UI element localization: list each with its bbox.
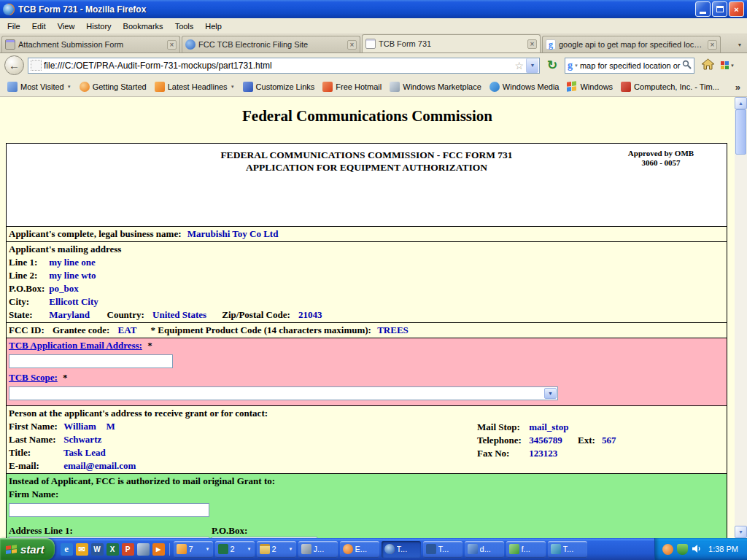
taskbar-button-word[interactable]: T...	[423, 541, 462, 558]
chevron-down-icon: ▼	[231, 85, 235, 89]
taskbar-button-group-explorer[interactable]: 2 ▼	[257, 541, 296, 558]
tcb-scope-label[interactable]: TCB Scope:	[9, 372, 58, 383]
word-glyph: W	[93, 545, 100, 553]
menu-file[interactable]: File	[1, 20, 26, 33]
search-input[interactable]	[580, 59, 681, 72]
media-player-icon[interactable]: ▶	[152, 543, 165, 556]
taskbar-button-j[interactable]: J...	[298, 541, 338, 558]
url-input[interactable]	[44, 59, 512, 72]
grant-pobox-label: P.O.Box:	[212, 524, 247, 537]
extension-button[interactable]: ▼	[721, 57, 743, 74]
menu-help[interactable]: Help	[199, 20, 228, 33]
menu-history[interactable]: History	[80, 20, 117, 33]
tab-google-api-map[interactable]: g google api to get map for specified lo…	[542, 36, 721, 52]
tab-fcc-tcb-filing-site[interactable]: FCC TCB Electronic Filing Site ×	[182, 36, 360, 52]
globe-icon	[185, 39, 196, 50]
maximize-button[interactable]	[712, 1, 727, 17]
vertical-scrollbar[interactable]: ▲ ▼	[735, 97, 747, 538]
google-engine-icon[interactable]: g	[568, 60, 573, 71]
chevron-down-icon: ▼	[738, 42, 743, 47]
scroll-up-button[interactable]: ▲	[735, 97, 747, 109]
volume-icon[interactable]	[692, 544, 703, 555]
taskbar-button-e[interactable]: E...	[340, 541, 379, 558]
palette-icon	[721, 61, 729, 69]
search-box[interactable]: g ▼	[565, 58, 694, 74]
taskbar-clock[interactable]: 1:38 PM	[708, 545, 738, 553]
security-shield-icon[interactable]	[677, 544, 688, 555]
bookmark-windows[interactable]: Windows	[563, 80, 616, 93]
word-icon[interactable]: W	[91, 543, 104, 556]
taskbar-button-label: T...	[563, 545, 574, 553]
media-icon	[489, 82, 500, 92]
excel-icon[interactable]: X	[107, 543, 119, 556]
menu-bookmarks[interactable]: Bookmarks	[117, 20, 169, 33]
menu-tools[interactable]: Tools	[169, 20, 200, 33]
bookmark-latest-headlines[interactable]: Latest Headlines ▼	[151, 80, 239, 93]
back-button[interactable]: ←	[4, 55, 24, 75]
tab-close-icon[interactable]: ×	[167, 40, 177, 50]
tab-close-icon[interactable]: ×	[708, 40, 717, 50]
taskbar-button-group-excel[interactable]: 2 ▼	[215, 541, 255, 558]
tab-close-icon[interactable]: ×	[527, 39, 537, 49]
show-desktop-icon[interactable]	[137, 543, 150, 556]
telephone-label: Telephone:	[477, 434, 527, 447]
bookmark-free-hotmail[interactable]: Free Hotmail	[319, 80, 385, 93]
taskbar-button-group-1[interactable]: 7 ▼	[174, 541, 213, 558]
bookmarks-overflow-button[interactable]: »	[732, 82, 743, 93]
engine-dropdown-icon[interactable]: ▼	[574, 63, 578, 68]
menu-bar: File Edit View History Bookmarks Tools H…	[0, 18, 747, 34]
bookmark-windows-media[interactable]: Windows Media	[486, 80, 563, 93]
tcb-scope-select[interactable]: ▼	[9, 386, 558, 400]
bookmark-label: Free Hotmail	[336, 82, 382, 91]
scrollbar-thumb[interactable]	[735, 109, 746, 155]
list-all-tabs-button[interactable]: ▼	[732, 36, 747, 52]
bookmark-star-icon[interactable]: ☆	[514, 60, 524, 71]
grantee-code-value: EAT	[118, 324, 137, 335]
app-icon	[301, 544, 311, 554]
bookmark-customize-links[interactable]: Customize Links	[239, 80, 319, 93]
home-button[interactable]	[698, 56, 717, 75]
line1-value: my line one	[49, 257, 96, 268]
taskbar-button-t[interactable]: T...	[548, 541, 587, 558]
page-fcc-form: Federal Communications Commission FEDERA…	[0, 97, 735, 538]
site-icon	[621, 82, 631, 92]
window-titlebar[interactable]: TCB Form 731 - Mozilla Firefox ×	[0, 0, 747, 18]
bookmark-label: Windows Marketplace	[403, 82, 481, 91]
email-icon[interactable]: ✉	[76, 543, 88, 556]
powerpoint-icon[interactable]: P	[122, 543, 134, 556]
tab-tcb-form-731[interactable]: TCB Form 731 ×	[362, 34, 541, 52]
reload-button[interactable]: ↻	[543, 57, 561, 74]
start-button[interactable]: start	[0, 538, 55, 560]
menu-view[interactable]: View	[52, 20, 81, 33]
tcb-email-label[interactable]: TCB Application Email Address:	[9, 340, 142, 351]
rss-icon	[155, 82, 165, 92]
internet-explorer-icon[interactable]: e	[61, 543, 73, 556]
menu-edit[interactable]: Edit	[26, 20, 52, 33]
form-header-section: FEDERAL COMMUNICATIONS COMMISSION - FCC …	[7, 144, 727, 226]
excel-glyph: X	[110, 545, 115, 553]
firm-name-input[interactable]	[9, 503, 209, 517]
bookmark-windows-marketplace[interactable]: Windows Marketplace	[386, 80, 485, 93]
search-magnifier-icon[interactable]	[682, 60, 692, 71]
tab-close-icon[interactable]: ×	[347, 40, 357, 50]
bookmark-computech[interactable]: Computech, Inc. - Tim...	[617, 80, 723, 93]
minimize-button[interactable]	[695, 1, 711, 17]
firefox-tray-icon[interactable]	[662, 544, 673, 555]
location-bar[interactable]: ☆ ▼	[28, 58, 540, 74]
bookmark-getting-started[interactable]: Getting Started	[76, 80, 150, 93]
bookmark-label: Latest Headlines	[168, 82, 228, 91]
taskbar-button-f[interactable]: f...	[506, 541, 546, 558]
taskbar-button-firefox-active[interactable]: T...	[382, 541, 421, 558]
url-dropdown-button[interactable]: ▼	[526, 58, 538, 73]
scroll-down-button[interactable]: ▼	[735, 526, 747, 538]
pobox-value: po_box	[49, 283, 78, 294]
scrollbar-track[interactable]	[735, 109, 747, 526]
bookmark-label: Windows	[580, 82, 613, 91]
taskbar-button-d[interactable]: d...	[465, 541, 504, 558]
close-button[interactable]: ×	[729, 1, 744, 17]
tab-attachment-submission-form[interactable]: Attachment Submission Form ×	[1, 36, 180, 52]
city-label: City:	[9, 295, 47, 308]
country-value: United States	[152, 308, 220, 322]
tcb-email-input[interactable]	[9, 354, 173, 368]
bookmark-most-visited[interactable]: Most Visited ▼	[4, 80, 75, 93]
